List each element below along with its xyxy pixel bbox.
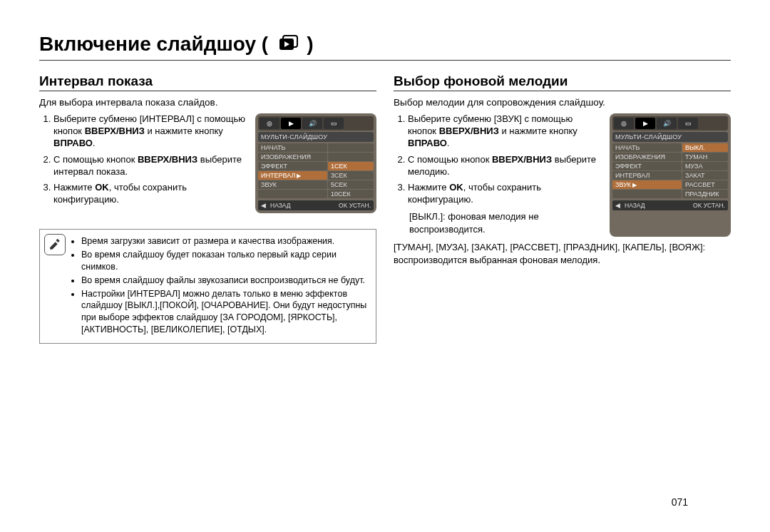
page-title: Включение слайдшоу ( ) [39,33,731,56]
ui-cell-left: ЭФФЕКТ [612,162,682,170]
section-heading-interval: Интервал показа [39,73,376,89]
ui-cell-left: ИЗОБРАЖЕНИЯ [612,153,682,161]
ui-cell-left: ИНТЕРВАЛ▶ [258,171,327,180]
chevron-right-icon: ▶ [297,173,301,179]
tab-play-icon: ▶ [281,118,301,129]
steps-list: Выберите субменю [ИНТЕРВАЛ] с помощью кн… [39,113,247,206]
ui-panel-header: МУЛЬТИ-СЛАЙДШОУ [258,132,374,142]
ui-cell-right [328,143,374,152]
ui-cell-right: МУЗА [682,162,728,170]
ui-cell-right [328,153,374,161]
ui-row: ИНТЕРВАЛЗАКАТ [612,171,728,180]
ui-row: ЗВУК5СЕК [258,180,374,189]
ui-footer: ◀ НАЗАД OK УСТАН. [612,200,728,210]
ui-cell-left: ЗВУК [258,180,327,189]
ui-cell-right: 10СЕК [328,190,374,198]
section-heading-melody: Выбор фоновой мелодии [394,73,731,89]
ui-row: НАЧАТЬВЫКЛ. [612,143,728,152]
camera-ui-panel: ◎ ▶ 🔊 ▭ МУЛЬТИ-СЛАЙДШОУ НАЧАТЬВЫКЛ.ИЗОБР… [610,113,731,237]
ui-cell-right: ПРАЗДНИК [682,190,728,198]
lead-text: Для выбора интервала показа слайдов. [39,97,376,108]
ui-cell-left: НАЧАТЬ [612,143,682,152]
ui-row: ИНТЕРВАЛ▶3СЕК [258,171,374,180]
note-item: Во время слайдшоу будет показан только п… [81,249,369,273]
title-text: Включение слайдшоу ( [39,33,268,56]
lead-text: Выбор мелодии для сопровождения слайдшоу… [394,97,731,108]
note-item: Настройки [ИНТЕРВАЛ] можно делать только… [81,288,369,337]
ui-footer: ◀ НАЗАД OK УСТАН. [258,200,374,210]
title-close: ) [307,33,313,56]
back-icon: ◀ [261,202,266,209]
ui-row: ЗВУК▶РАССВЕТ [612,180,728,189]
ui-cell-right: ЗАКАТ [682,171,728,180]
tab-sound-icon: 🔊 [302,118,322,129]
tab-sound-icon: 🔊 [657,118,677,129]
steps-list: Выберите субменю [ЗВУК] с помощью кнопок… [394,113,601,206]
notes-list: Время загрузки зависит от размера и каче… [71,235,369,336]
ui-cell-left: ИЗОБРАЖЕНИЯ [258,153,327,161]
title-separator [39,60,731,61]
ui-row: ПРАЗДНИК [612,190,728,198]
tab-display-icon: ▭ [678,118,698,129]
ok-label: OK УСТАН. [693,202,725,209]
pencil-icon [44,234,66,255]
back-label: НАЗАД [270,202,291,209]
ui-cell-left: ЗВУК▶ [612,180,682,189]
back-icon: ◀ [615,202,620,209]
ui-cell-left: ЭФФЕКТ [258,162,327,170]
ui-cell-right: 3СЕК [328,171,374,180]
ui-cell-right: 5СЕК [328,180,374,189]
ui-tab-bar: ◎ ▶ 🔊 ▭ [612,116,728,131]
tab-camera-icon: ◎ [260,118,279,129]
ui-tab-bar: ◎ ▶ 🔊 ▭ [258,116,374,131]
note-item: Во время слайдшоу файлы звукозаписи восп… [81,275,369,287]
page-number: 071 [672,496,688,508]
step-item: Выберите субменю [ЗВУК] с помощью кнопок… [408,113,601,150]
ok-label: OK УСТАН. [339,202,371,209]
ui-cell-left [612,190,682,198]
ui-cell-left [258,190,327,198]
extra-text-2: [ТУМАН], [МУЗА], [ЗАКАТ], [РАССВЕТ], [ПР… [394,241,731,267]
step-item: С помощью кнопок ВВЕРХ/ВНИЗ выберите мел… [408,154,601,178]
ui-cell-right: ТУМАН [682,153,728,161]
tab-camera-icon: ◎ [614,118,634,129]
step-item: Выберите субменю [ИНТЕРВАЛ] с помощью кн… [53,113,247,150]
tab-play-icon: ▶ [635,118,655,129]
step-item: Нажмите OK, чтобы сохранить конфигурацию… [53,182,247,206]
ui-row: ЭФФЕКТМУЗА [612,162,728,170]
ui-rows: НАЧАТЬВЫКЛ.ИЗОБРАЖЕНИЯТУМАНЭФФЕКТМУЗАИНТ… [612,143,728,198]
ui-cell-right: ВЫКЛ. [682,143,728,152]
camera-ui-panel: ◎ ▶ 🔊 ▭ МУЛЬТИ-СЛАЙДШОУ НАЧАТЬИЗОБРАЖЕНИ… [255,113,376,213]
slideshow-icon [277,33,299,56]
ui-row: ЭФФЕКТ1СЕК [258,162,374,170]
chevron-right-icon: ▶ [632,182,637,188]
ui-row: НАЧАТЬ [258,143,374,152]
step-item: С помощью кнопок ВВЕРХ/ВНИЗ выберите инт… [53,154,247,178]
ui-cell-right: 1СЕК [328,162,374,170]
section-separator [394,91,731,91]
ui-panel-header: МУЛЬТИ-СЛАЙДШОУ [612,132,728,142]
ui-row: ИЗОБРАЖЕНИЯ [258,153,374,161]
ui-row: ИЗОБРАЖЕНИЯТУМАН [612,153,728,161]
step-item: Нажмите OK, чтобы сохранить конфигурацию… [408,182,601,206]
ui-row: 10СЕК [258,190,374,198]
ui-cell-left: НАЧАТЬ [258,143,327,152]
ui-cell-right: РАССВЕТ [682,180,728,189]
ui-rows: НАЧАТЬИЗОБРАЖЕНИЯЭФФЕКТ1СЕКИНТЕРВАЛ▶3СЕК… [258,143,374,198]
extra-text: [ВЫКЛ.]: фоновая мелодия не воспроизводи… [394,210,601,236]
notes-box: Время загрузки зависит от размера и каче… [39,229,376,344]
back-label: НАЗАД [625,202,645,209]
section-separator [39,91,376,91]
tab-display-icon: ▭ [324,118,344,129]
note-item: Время загрузки зависит от размера и каче… [81,235,369,247]
ui-cell-left: ИНТЕРВАЛ [612,171,682,180]
